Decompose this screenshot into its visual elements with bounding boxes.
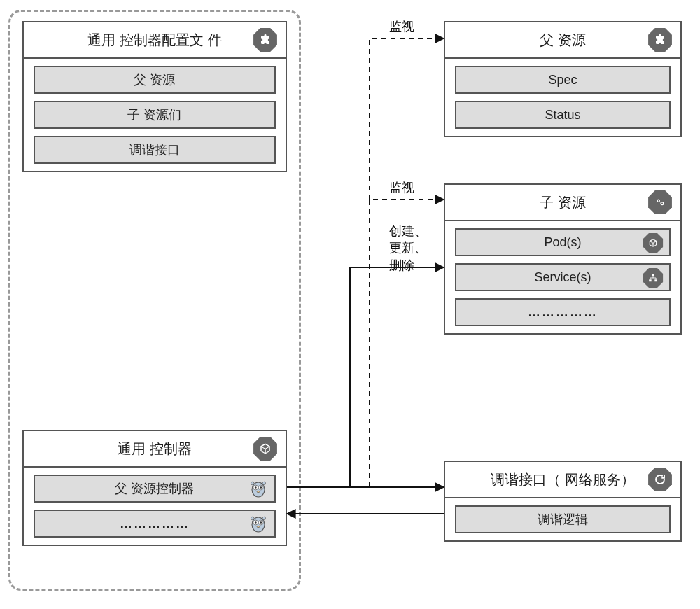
config-box: 通用 控制器配置文 件 父 资源 子 资源们 调谐接口 [22, 21, 287, 172]
svg-point-3 [255, 486, 257, 489]
svg-point-4 [260, 486, 262, 489]
tuning-box: 调谐接口（ 网络服务） 调谐逻辑 [444, 461, 682, 542]
config-box-title: 通用 控制器配置文 件 [24, 22, 286, 57]
svg-point-6 [251, 482, 255, 485]
edge-label-crud: 创建、 更新、 删除 [389, 223, 427, 274]
svg-point-19 [662, 202, 663, 204]
controller-item-ellipsis: …………… [34, 510, 276, 538]
gear-icon [647, 189, 673, 216]
child-resource-title-text: 子 资源 [540, 193, 586, 212]
cube-icon [252, 435, 279, 462]
tuning-title-text: 调谐接口（ 网络服务） [491, 470, 635, 489]
svg-rect-20 [652, 274, 654, 276]
cube-icon [643, 232, 664, 253]
config-item-parent: 父 资源 [34, 66, 276, 94]
controller-box-title: 通用 控制器 [24, 431, 286, 466]
child-item-pods: Pod(s) [455, 228, 671, 256]
tuning-box-title: 调谐接口（ 网络服务） [445, 462, 680, 497]
parent-resource-box: 父 资源 Spec Status [444, 21, 682, 137]
controller-item-parent-ctrl: 父 资源控制器 [34, 475, 276, 503]
child-item-services: Service(s) [455, 263, 671, 291]
sitemap-icon [643, 267, 664, 288]
svg-point-15 [262, 517, 266, 520]
refresh-icon [647, 466, 673, 493]
config-title-text: 通用 控制器配置文 件 [88, 31, 221, 50]
svg-point-13 [257, 526, 260, 527]
puzzle-icon [647, 27, 673, 53]
parent-item-status: Status [455, 101, 671, 129]
parent-resource-title: 父 资源 [445, 22, 680, 57]
gopher-icon [248, 513, 269, 534]
svg-point-18 [658, 200, 659, 202]
svg-point-5 [257, 491, 260, 492]
puzzle-icon [252, 27, 279, 53]
config-item-tuning: 调谐接口 [34, 136, 276, 164]
edge-label-watch-child: 监视 [389, 179, 414, 196]
child-resource-box: 子 资源 Pod(s) Service(s) …………… [444, 183, 682, 335]
edge-label-watch-parent: 监视 [389, 18, 414, 35]
parent-resource-title-text: 父 资源 [540, 31, 586, 50]
svg-point-14 [251, 517, 255, 520]
tuning-item-logic: 调谐逻辑 [455, 505, 671, 533]
svg-point-11 [255, 522, 257, 524]
svg-point-7 [262, 482, 266, 485]
config-item-children: 子 资源们 [34, 101, 276, 129]
controller-box: 通用 控制器 父 资源控制器 …………… [22, 430, 287, 546]
svg-point-12 [260, 522, 262, 524]
gopher-icon [248, 478, 269, 499]
parent-item-spec: Spec [455, 66, 671, 94]
child-resource-title: 子 资源 [445, 185, 680, 220]
svg-rect-21 [649, 279, 652, 281]
child-item-ellipsis: …………… [455, 298, 671, 326]
svg-rect-22 [654, 279, 657, 281]
controller-title-text: 通用 控制器 [118, 440, 192, 458]
